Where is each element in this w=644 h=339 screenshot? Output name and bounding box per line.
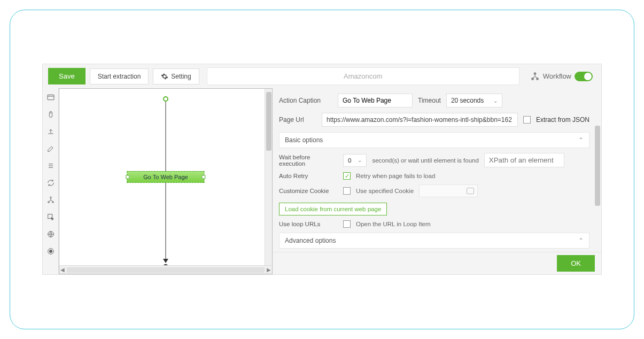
left-toolbar	[43, 88, 59, 274]
ok-button[interactable]: OK	[557, 255, 595, 272]
workflow-label: Workflow	[543, 72, 571, 80]
pointer-box-icon[interactable]	[46, 212, 56, 222]
globe-icon[interactable]	[46, 229, 56, 239]
customize-cookie-label: Customize Cookie	[279, 188, 338, 194]
action-caption-input[interactable]	[338, 94, 413, 107]
svg-point-11	[49, 250, 52, 252]
chevron-down-icon: ⌄	[358, 157, 362, 163]
refresh-icon[interactable]	[46, 178, 56, 188]
properties-panel: Action Caption Timeout 20 seconds ⌄ Page…	[273, 88, 601, 274]
extract-json-label: Extract from JSON	[536, 116, 589, 124]
customize-cookie-checkbox[interactable]	[343, 187, 351, 195]
flow-arrow-icon	[163, 259, 168, 263]
mouse-icon[interactable]	[46, 110, 56, 119]
svg-rect-3	[48, 95, 54, 99]
hscroll-track[interactable]	[67, 267, 265, 273]
advanced-options-header[interactable]: Advanced options ⌃	[279, 233, 589, 249]
action-caption-label: Action Caption	[279, 97, 332, 104]
basic-options-title: Basic options	[285, 136, 323, 144]
wait-value-select[interactable]: 0 ⌄	[343, 154, 367, 167]
page-url-label: Page Url	[279, 116, 316, 124]
svg-point-6	[48, 202, 49, 203]
upload-icon[interactable]	[46, 127, 56, 136]
chevron-up-icon: ⌃	[578, 136, 584, 144]
extract-json-checkbox[interactable]	[523, 116, 531, 124]
auto-retry-checkbox[interactable]	[343, 172, 351, 180]
advanced-options-title: Advanced options	[285, 237, 336, 244]
record-icon[interactable]	[46, 246, 56, 256]
use-loop-urls-label: Use loop URLs	[279, 221, 338, 227]
gear-icon	[161, 73, 168, 80]
basic-options-header[interactable]: Basic options ⌃	[279, 132, 589, 148]
save-button[interactable]: Save	[48, 68, 86, 84]
start-extraction-button[interactable]: Start extraction	[90, 68, 149, 84]
workflow-toggle-group: Workflow	[527, 72, 596, 81]
timeout-select[interactable]: 20 seconds ⌄	[446, 94, 502, 107]
canvas-vertical-scroll-thumb[interactable]	[266, 92, 271, 151]
workflow-toggle[interactable]	[575, 72, 593, 81]
scroll-left-icon[interactable]: ◀	[60, 267, 65, 273]
customize-cookie-text: Use specified Cookie	[356, 188, 414, 194]
list-icon[interactable]	[46, 161, 56, 171]
scroll-right-icon[interactable]: ▶	[267, 267, 271, 273]
canvas-vertical-scrollbar[interactable]	[265, 89, 272, 265]
use-loop-urls-text: Open the URL in Loop Item	[356, 221, 431, 227]
tree-icon[interactable]	[46, 195, 56, 205]
wait-label: Wait before execution	[279, 154, 338, 167]
cookie-value-box[interactable]	[419, 184, 478, 197]
workflow-canvas[interactable]: Go To Web Page	[59, 89, 272, 274]
page-title-bar: Amazoncom	[207, 67, 519, 85]
svg-point-5	[50, 197, 51, 198]
wait-value: 0	[348, 157, 351, 164]
outer-frame: Save Start extraction Setting Amazoncom …	[10, 10, 634, 329]
timeout-label: Timeout	[418, 97, 441, 104]
hscroll-thumb[interactable]	[67, 267, 265, 273]
setting-button[interactable]: Setting	[153, 68, 199, 84]
setting-label: Setting	[171, 73, 191, 80]
properties-scroll[interactable]: Action Caption Timeout 20 seconds ⌄ Page…	[279, 94, 595, 252]
auto-retry-text: Retry when page fails to load	[356, 173, 435, 179]
browser-icon[interactable]	[46, 93, 56, 102]
svg-point-7	[52, 202, 53, 203]
ok-bar: OK	[273, 252, 601, 274]
topbar: Save Start extraction Setting Amazoncom …	[43, 64, 601, 88]
go-to-web-page-node[interactable]: Go To Web Page	[127, 171, 204, 183]
chevron-down-icon: ⌄	[493, 98, 498, 104]
chevron-up-icon: ⌃	[578, 237, 584, 244]
workflow-canvas-wrap: Go To Web Page ◀ ▶	[59, 88, 273, 274]
flow-start-node[interactable]	[163, 96, 168, 102]
page-url-input[interactable]	[322, 113, 518, 127]
main-area: Go To Web Page ◀ ▶ Action Caption Timeou…	[43, 88, 601, 274]
xpath-input[interactable]	[484, 153, 564, 167]
use-loop-urls-checkbox[interactable]	[343, 220, 351, 228]
timeout-value: 20 seconds	[451, 97, 484, 104]
wait-suffix: second(s) or wait until element is found	[372, 157, 478, 164]
edit-icon[interactable]	[46, 144, 56, 153]
app-window: Save Start extraction Setting Amazoncom …	[42, 64, 602, 275]
auto-retry-label: Auto Retry	[279, 173, 338, 179]
panel-scrollbar-thumb[interactable]	[595, 126, 600, 206]
svg-point-0	[534, 72, 536, 74]
load-cookie-button[interactable]: Load cookie from current web page	[279, 203, 387, 215]
expand-icon[interactable]	[467, 188, 474, 194]
canvas-horizontal-scrollbar[interactable]: ◀ ▶	[59, 265, 272, 274]
workflow-icon	[530, 72, 540, 81]
